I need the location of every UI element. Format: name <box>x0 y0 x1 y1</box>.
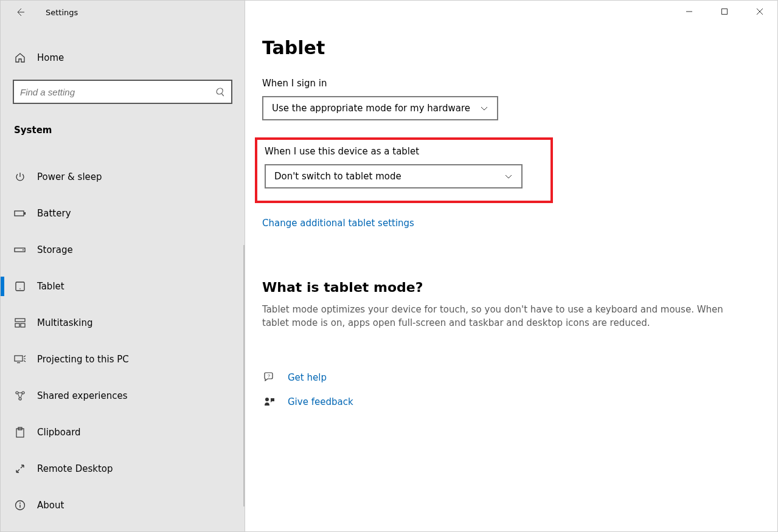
sidebar-item-label: Multitasking <box>37 317 92 328</box>
svg-point-14 <box>19 398 21 400</box>
highlight-annotation: When I use this device as a tablet Don't… <box>255 137 553 203</box>
feedback-icon <box>262 396 277 407</box>
clipboard-icon <box>14 426 26 438</box>
svg-point-13 <box>22 392 24 394</box>
sidebar-nav-list: Power & sleep Battery Storage Tablet <box>1 159 245 523</box>
svg-rect-8 <box>15 323 19 327</box>
sidebar-item-label: Power & sleep <box>37 171 102 182</box>
svg-rect-2 <box>24 212 26 215</box>
svg-rect-7 <box>15 319 25 322</box>
home-icon <box>14 52 26 64</box>
sign-in-dropdown[interactable]: Use the appropriate mode for my hardware <box>262 96 498 120</box>
change-additional-settings-link[interactable]: Change additional tablet settings <box>262 218 414 229</box>
help-icon: ? <box>262 372 277 383</box>
sign-in-label: When I sign in <box>262 78 753 89</box>
what-is-title: What is tablet mode? <box>262 280 753 295</box>
give-feedback-link[interactable]: Give feedback <box>262 390 753 414</box>
maximize-button[interactable] <box>707 1 742 22</box>
svg-point-0 <box>216 88 223 94</box>
titlebar: Settings <box>1 1 245 24</box>
chevron-down-icon <box>480 104 488 112</box>
sidebar-item-power-sleep[interactable]: Power & sleep <box>1 159 245 195</box>
page-title: Tablet <box>262 37 753 58</box>
search-box[interactable] <box>13 80 232 104</box>
projecting-icon <box>14 353 26 365</box>
svg-point-18 <box>19 503 21 504</box>
sidebar: Settings Home System Power & sleep <box>1 1 245 531</box>
give-feedback-label: Give feedback <box>288 396 353 407</box>
close-icon <box>756 8 763 15</box>
sidebar-item-label: Battery <box>37 208 71 219</box>
back-button[interactable] <box>9 1 31 23</box>
svg-point-22 <box>265 398 269 401</box>
battery-icon <box>14 207 26 219</box>
back-icon <box>15 7 25 17</box>
as-tablet-label: When I use this device as a tablet <box>265 146 536 157</box>
get-help-label: Get help <box>288 372 327 383</box>
svg-point-6 <box>19 288 21 289</box>
sidebar-item-label: Remote Desktop <box>37 463 113 474</box>
home-label: Home <box>37 52 64 63</box>
as-tablet-dropdown[interactable]: Don't switch to tablet mode <box>265 164 523 188</box>
tablet-icon <box>14 280 26 292</box>
sidebar-item-about[interactable]: About <box>1 487 245 523</box>
power-icon <box>14 171 26 183</box>
sign-in-dropdown-value: Use the appropriate mode for my hardware <box>272 103 470 114</box>
get-help-link[interactable]: ? Get help <box>262 365 753 390</box>
about-icon <box>14 499 26 511</box>
as-tablet-dropdown-value: Don't switch to tablet mode <box>274 171 401 182</box>
search-icon <box>215 87 225 97</box>
sidebar-item-remote-desktop[interactable]: Remote Desktop <box>1 451 245 487</box>
window-controls <box>672 1 777 22</box>
chevron-down-icon <box>504 172 513 181</box>
svg-rect-19 <box>19 505 20 508</box>
sidebar-item-label: Tablet <box>37 281 64 292</box>
svg-point-12 <box>16 392 18 394</box>
sidebar-item-label: Storage <box>37 244 73 255</box>
sidebar-item-clipboard[interactable]: Clipboard <box>1 414 245 451</box>
sidebar-item-projecting[interactable]: Projecting to this PC <box>1 341 245 378</box>
close-button[interactable] <box>742 1 777 22</box>
minimize-button[interactable] <box>672 1 707 22</box>
sidebar-section-heading: System <box>1 125 245 136</box>
svg-rect-5 <box>16 282 24 291</box>
svg-rect-11 <box>17 362 20 363</box>
svg-rect-1 <box>15 211 24 216</box>
sidebar-home[interactable]: Home <box>1 42 245 74</box>
storage-icon <box>14 244 26 256</box>
svg-rect-20 <box>722 9 728 15</box>
sidebar-item-label: About <box>37 500 64 511</box>
sidebar-item-label: Clipboard <box>37 427 81 438</box>
svg-rect-10 <box>15 356 23 361</box>
what-is-body: Tablet mode optimizes your device for to… <box>262 303 737 330</box>
search-input[interactable] <box>20 87 215 97</box>
remote-desktop-icon <box>14 463 26 475</box>
minimize-icon <box>686 8 693 15</box>
sidebar-item-shared-experiences[interactable]: Shared experiences <box>1 378 245 414</box>
sidebar-item-label: Shared experiences <box>37 390 128 401</box>
svg-text:?: ? <box>268 373 270 378</box>
svg-point-4 <box>23 249 24 250</box>
sidebar-item-tablet[interactable]: Tablet <box>1 268 245 305</box>
sidebar-item-battery[interactable]: Battery <box>1 195 245 232</box>
window-title: Settings <box>46 8 78 17</box>
sidebar-item-label: Projecting to this PC <box>37 354 129 365</box>
shared-experiences-icon <box>14 390 26 402</box>
sidebar-scrollbar[interactable] <box>243 245 245 506</box>
svg-rect-9 <box>21 323 25 327</box>
multitasking-icon <box>14 317 26 329</box>
sidebar-item-multitasking[interactable]: Multitasking <box>1 305 245 341</box>
main-panel: Tablet When I sign in Use the appropriat… <box>245 1 777 531</box>
sidebar-item-storage[interactable]: Storage <box>1 232 245 268</box>
maximize-icon <box>721 8 728 15</box>
